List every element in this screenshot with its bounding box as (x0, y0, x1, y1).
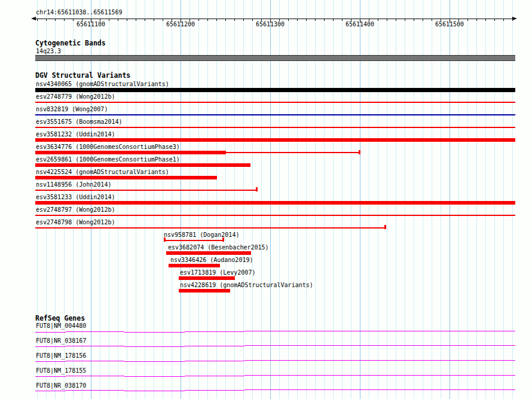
variant-label[interactable]: esv2748798 (Wong2012b) (36, 219, 115, 226)
gene-line-segment[interactable] (66, 376, 124, 376)
variant-bar[interactable] (35, 190, 256, 191)
ruler-minor-tick (396, 19, 396, 21)
variant-label[interactable]: esv2748797 (Wong2012b) (36, 206, 115, 213)
gene-line-segment[interactable] (124, 391, 185, 391)
ruler-minor-tick (163, 19, 163, 21)
gene-line-segment[interactable] (244, 389, 515, 390)
ruler-minor-tick (387, 19, 387, 21)
gene-line-segment[interactable] (185, 346, 244, 346)
variant-label[interactable]: esv3581233 (Uddin2014) (36, 194, 115, 200)
gene-line-segment[interactable] (124, 376, 185, 377)
ruler-tick-label: 65611300 (256, 21, 285, 28)
variant-extent-line (226, 152, 359, 153)
variant-label[interactable]: nsv4228619 (gnomADStructuralVariants) (180, 282, 313, 288)
gene-line-segment[interactable] (35, 391, 66, 391)
variant-extent-tick (256, 187, 258, 191)
gene-label[interactable]: FUT8|NR_038167 (36, 337, 86, 344)
gene-line-segment[interactable] (66, 346, 124, 346)
ruler-minor-tick (37, 19, 38, 21)
gene-line-segment[interactable] (244, 375, 515, 376)
variant-bar[interactable] (35, 227, 385, 229)
ruler-minor-tick (109, 19, 109, 21)
variant-label[interactable]: esv2659861 (1000GenomesConsortiumPhase1) (36, 156, 180, 163)
variant-bar[interactable] (35, 201, 515, 205)
cytogenetic-band[interactable] (35, 55, 515, 61)
ruler-minor-tick (127, 19, 127, 21)
gene-line-segment[interactable] (35, 376, 66, 377)
ruler-tick-label: 65611400 (346, 21, 374, 28)
ruler-minor-tick (342, 19, 343, 21)
genome-browser-canvas: chr14:65611038..65611569 656111006561120… (0, 0, 532, 399)
gene-line-segment[interactable] (66, 361, 124, 361)
variant-bar[interactable] (179, 276, 235, 280)
variant-label[interactable]: esv3551675 (Boomsma2014) (36, 118, 123, 125)
gene-line-segment[interactable] (124, 346, 185, 347)
track-header-cytogenetic: Cytogenetic Bands (35, 39, 106, 47)
variant-label[interactable]: nsv4340065 (gnomADStructuralVariants) (36, 81, 169, 87)
cytogenetic-band-label[interactable]: 14q23.3 (36, 48, 61, 54)
gene-label[interactable]: FUT8|NM_178156 (36, 352, 86, 359)
variant-bar[interactable] (35, 138, 515, 142)
ruler-minor-tick (225, 19, 226, 21)
variant-label[interactable]: esv3682074 (Besenbacher2015) (168, 244, 269, 251)
ruler-minor-tick (512, 19, 513, 21)
variant-label[interactable]: nsv1148956 (John2014) (36, 181, 111, 188)
variant-bar[interactable] (35, 102, 515, 103)
ruler-minor-tick (216, 19, 217, 21)
gene-line-segment[interactable] (244, 331, 515, 331)
gene-line-segment[interactable] (185, 331, 244, 332)
variant-bar[interactable] (35, 151, 226, 154)
ruler-tick-label: 65611500 (435, 21, 464, 28)
variant-label[interactable]: esv2748779 (Wong2012b) (36, 93, 115, 100)
ruler-minor-tick (432, 19, 432, 21)
gene-label[interactable]: FUT8|NM_178155 (36, 367, 86, 374)
gene-line-segment[interactable] (124, 332, 185, 333)
ruler-minor-tick (306, 19, 307, 21)
ruler-minor-tick (423, 19, 423, 21)
variant-bar[interactable] (166, 251, 251, 255)
variant-bar[interactable] (164, 240, 223, 241)
variant-bar[interactable] (169, 264, 220, 267)
gene-line-segment[interactable] (244, 360, 515, 361)
variant-extent-tick (384, 225, 386, 229)
variant-label[interactable]: esv3581232 (Uddin2014) (36, 131, 115, 138)
gene-line-segment[interactable] (124, 361, 185, 362)
ruler-minor-tick (64, 19, 65, 21)
gene-label[interactable]: FUT8|NM_004480 (36, 322, 86, 329)
ruler-minor-tick (494, 19, 495, 21)
variant-bar[interactable] (35, 176, 217, 179)
variant-bar[interactable] (35, 215, 515, 216)
gene-line-segment[interactable] (35, 361, 66, 362)
variant-bar[interactable] (35, 88, 515, 92)
ruler-minor-tick (73, 19, 74, 21)
ruler-minor-tick (503, 19, 504, 21)
ruler-minor-tick (198, 19, 199, 21)
variant-bar[interactable] (35, 127, 515, 128)
ruler-minor-tick (414, 19, 414, 21)
ruler-minor-tick (467, 19, 468, 21)
variant-bar[interactable] (35, 163, 250, 167)
variant-label[interactable]: nsv832819 (Wong2007) (36, 106, 108, 112)
variant-label[interactable]: esv3634776 (1000GenomesConsortiumPhase3) (36, 144, 180, 150)
gene-line-segment[interactable] (185, 390, 244, 391)
variant-label[interactable]: nsv4225524 (gnomADStructuralVariants) (36, 169, 169, 175)
gene-line-segment[interactable] (66, 331, 124, 332)
region-label: chr14:65611038..65611569 (36, 9, 123, 16)
gene-line-segment[interactable] (244, 345, 515, 346)
variant-label[interactable]: nsv958781 (Dogan2014) (164, 232, 239, 238)
variant-label[interactable]: esv1713819 (Levy2007) (180, 269, 255, 276)
gene-line-segment[interactable] (35, 332, 66, 333)
gene-line-segment[interactable] (185, 376, 244, 376)
gene-line-segment[interactable] (35, 346, 66, 347)
variant-bar[interactable] (179, 289, 230, 293)
variant-extent-tick (222, 237, 224, 242)
variant-bar[interactable] (35, 114, 515, 115)
gene-line-segment[interactable] (66, 390, 124, 391)
ruler-right-arrow-icon (512, 17, 517, 20)
ruler-minor-tick (324, 19, 325, 21)
variant-label[interactable]: nsv3346426 (Audano2019) (170, 257, 253, 263)
gene-label[interactable]: FUT8|NR_038170 (36, 382, 86, 389)
ruler-minor-tick (476, 19, 477, 21)
ruler-minor-tick (485, 19, 486, 21)
gene-line-segment[interactable] (185, 361, 244, 361)
